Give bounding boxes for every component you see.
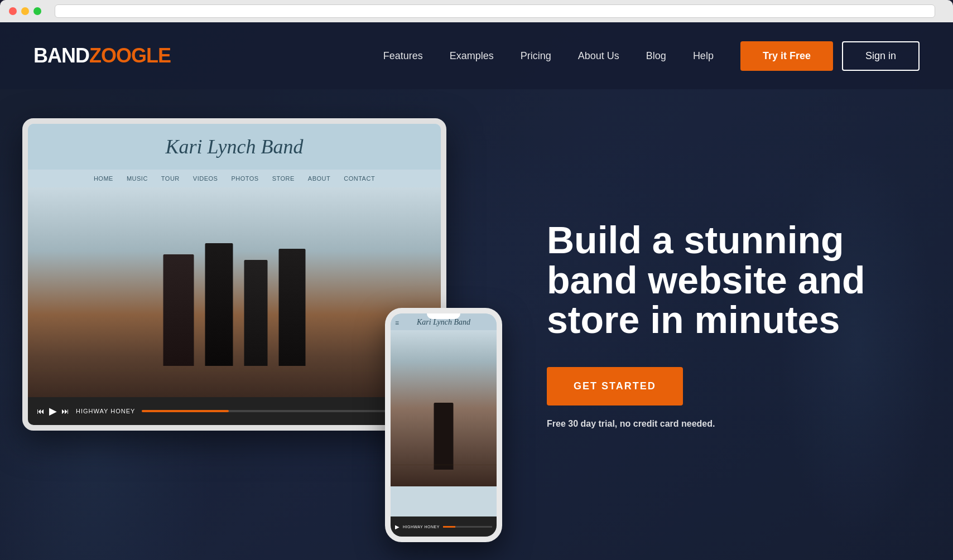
band-nav-videos: VIDEOS	[193, 175, 218, 182]
phone-notch	[427, 313, 460, 319]
band-nav-about: ABOUT	[308, 175, 330, 182]
device-mockups: Kari Lynch Band HOME MUSIC TOUR VIDEOS P…	[22, 107, 502, 542]
nav-about[interactable]: About Us	[578, 50, 619, 61]
band-site-header: Kari Lynch Band	[28, 124, 441, 170]
prev-button[interactable]: ⏮	[37, 407, 45, 416]
hero-section: Kari Lynch Band HOME MUSIC TOUR VIDEOS P…	[0, 89, 953, 560]
figure-2	[205, 243, 233, 366]
play-button[interactable]: ▶	[49, 405, 57, 417]
band-site-hero	[28, 187, 441, 399]
figure-3	[244, 260, 268, 366]
browser-content: BANDZOOGLE Features Examples Pricing Abo…	[0, 22, 953, 560]
phone-hero-img	[391, 330, 497, 486]
hero-headline: Build a stunning band website and store …	[547, 220, 920, 340]
tablet-home-button	[22, 263, 23, 286]
nav-blog[interactable]: Blog	[646, 50, 666, 61]
band-nav-music: MUSIC	[127, 175, 148, 182]
phone-figure	[434, 403, 454, 470]
window-chrome	[0, 0, 953, 22]
track-name: HIGHWAY HONEY	[76, 408, 135, 414]
nav-help[interactable]: Help	[693, 50, 714, 61]
phone-screen: ≡ Kari Lynch Band ▶ HIGHWAY HONEY	[391, 313, 497, 537]
band-nav-tour: TOUR	[161, 175, 180, 182]
nav-cta: Try it Free Sign in	[740, 41, 920, 71]
phone-track-name: HIGHWAY HONEY	[403, 525, 440, 529]
logo-band-text: BAND	[33, 44, 89, 67]
band-nav-photos: PHOTOS	[231, 175, 258, 182]
sign-in-button[interactable]: Sign in	[842, 41, 920, 71]
band-nav-store: STORE	[272, 175, 295, 182]
tablet-mockup: Kari Lynch Band HOME MUSIC TOUR VIDEOS P…	[22, 118, 446, 431]
band-nav-contact: CONTACT	[344, 175, 375, 182]
nav-pricing[interactable]: Pricing	[521, 50, 551, 61]
player-bar: ⏮ ▶ ⏭ HIGHWAY HONEY	[28, 397, 441, 425]
phone-ground	[391, 465, 497, 465]
try-free-button[interactable]: Try it Free	[740, 41, 833, 71]
nav-examples[interactable]: Examples	[450, 50, 494, 61]
get-started-button[interactable]: GET STARTED	[547, 367, 683, 405]
url-bar[interactable]	[55, 4, 935, 18]
close-button[interactable]	[9, 7, 17, 15]
figure-1	[163, 254, 194, 366]
nav-links: Features Examples Pricing About Us Blog …	[383, 50, 714, 62]
phone-progress-fill	[443, 526, 455, 528]
nav-features[interactable]: Features	[383, 50, 423, 61]
minimize-button[interactable]	[21, 7, 29, 15]
logo-zoogle-text: ZOOGLE	[89, 44, 171, 67]
band-site-nav: HOME MUSIC TOUR VIDEOS PHOTOS STORE ABOU…	[28, 170, 441, 187]
navbar: BANDZOOGLE Features Examples Pricing Abo…	[0, 22, 953, 89]
band-figures	[163, 243, 306, 366]
next-button[interactable]: ⏭	[61, 407, 69, 416]
tablet-screen: Kari Lynch Band HOME MUSIC TOUR VIDEOS P…	[28, 124, 441, 425]
progress-fill	[142, 410, 229, 412]
ground-line	[28, 370, 441, 371]
phone-mockup: ≡ Kari Lynch Band ▶ HIGHWAY HONEY	[385, 308, 502, 542]
band-site-title: Kari Lynch Band	[39, 135, 430, 158]
trial-text: Free 30 day trial, no credit card needed…	[547, 419, 920, 429]
player-controls: ⏮ ▶ ⏭	[37, 405, 69, 417]
band-nav-home: HOME	[94, 175, 113, 182]
phone-player: ▶ HIGHWAY HONEY	[391, 516, 497, 537]
figure-4	[279, 249, 306, 366]
logo[interactable]: BANDZOOGLE	[33, 44, 171, 67]
hero-text: Build a stunning band website and store …	[502, 220, 920, 428]
phone-progress[interactable]	[443, 526, 492, 528]
phone-menu-icon: ≡	[395, 319, 399, 327]
phone-band-title: Kari Lynch Band	[395, 318, 492, 327]
phone-play-btn[interactable]: ▶	[395, 524, 400, 530]
maximize-button[interactable]	[33, 7, 41, 15]
